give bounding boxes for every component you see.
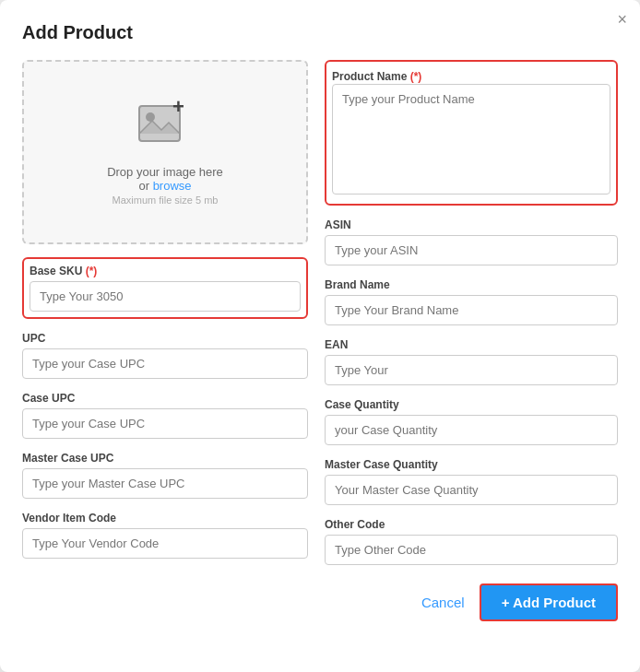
base-sku-field-group: Base SKU (*) xyxy=(22,257,308,319)
master-case-upc-label: Master Case UPC xyxy=(22,452,308,465)
browse-link[interactable]: browse xyxy=(153,179,192,193)
master-case-quantity-label: Master Case Quantity xyxy=(325,458,618,471)
cancel-button[interactable]: Cancel xyxy=(421,595,465,610)
product-name-field-group: Product Name (*) xyxy=(325,60,618,206)
case-quantity-field-group: Case Quantity xyxy=(325,398,618,445)
case-upc-field-group: Case UPC xyxy=(22,392,308,439)
case-quantity-input[interactable] xyxy=(325,415,618,445)
brand-name-label: Brand Name xyxy=(325,278,618,291)
product-name-input[interactable] xyxy=(332,84,610,195)
modal-footer: Cancel + Add Product xyxy=(22,584,618,621)
base-sku-label: Base SKU (*) xyxy=(30,265,301,277)
upc-label: UPC xyxy=(22,332,308,345)
upc-field-group: UPC xyxy=(22,332,308,379)
vendor-item-code-field-group: Vendor Item Code xyxy=(22,512,308,559)
or-text: or xyxy=(138,179,149,193)
asin-input[interactable] xyxy=(325,235,618,265)
brand-name-input[interactable] xyxy=(325,295,618,325)
svg-text:+: + xyxy=(172,99,184,118)
ean-label: EAN xyxy=(325,338,618,351)
asin-label: ASIN xyxy=(325,218,618,231)
left-column: + Drop your image here or browse Maximum… xyxy=(22,60,308,565)
right-column: Product Name (*) ASIN Brand Name EAN xyxy=(325,60,618,565)
product-name-label: Product Name (*) xyxy=(332,70,421,83)
base-sku-input[interactable] xyxy=(30,281,301,312)
vendor-item-code-input[interactable] xyxy=(22,528,308,559)
other-code-input[interactable] xyxy=(325,535,618,565)
modal-title: Add Product xyxy=(22,22,618,43)
master-case-quantity-input[interactable] xyxy=(325,475,618,505)
case-quantity-label: Case Quantity xyxy=(325,398,618,411)
master-case-quantity-field-group: Master Case Quantity xyxy=(325,458,618,505)
svg-point-2 xyxy=(146,112,155,122)
drop-text: Drop your image here xyxy=(107,165,223,179)
master-case-upc-input[interactable] xyxy=(22,468,308,499)
vendor-item-code-label: Vendor Item Code xyxy=(22,512,308,525)
upc-input[interactable] xyxy=(22,348,308,379)
browse-row: or browse xyxy=(138,179,191,193)
image-drop-zone[interactable]: + Drop your image here or browse Maximum… xyxy=(22,60,308,244)
max-size-text: Maximum file size 5 mb xyxy=(113,195,219,206)
asin-field-group: ASIN xyxy=(325,218,618,265)
ean-input[interactable] xyxy=(325,355,618,385)
add-product-button[interactable]: + Add Product xyxy=(480,584,618,621)
close-button[interactable]: × xyxy=(617,11,627,28)
form-layout: + Drop your image here or browse Maximum… xyxy=(22,60,618,565)
add-product-modal: × Add Product + Drop your image here o xyxy=(0,0,640,672)
case-upc-label: Case UPC xyxy=(22,392,308,405)
ean-field-group: EAN xyxy=(325,338,618,385)
master-case-upc-field-group: Master Case UPC xyxy=(22,452,308,499)
case-upc-input[interactable] xyxy=(22,408,308,439)
other-code-label: Other Code xyxy=(325,518,618,531)
other-code-field-group: Other Code xyxy=(325,518,618,565)
image-upload-icon: + xyxy=(137,99,193,158)
brand-name-field-group: Brand Name xyxy=(325,278,618,325)
